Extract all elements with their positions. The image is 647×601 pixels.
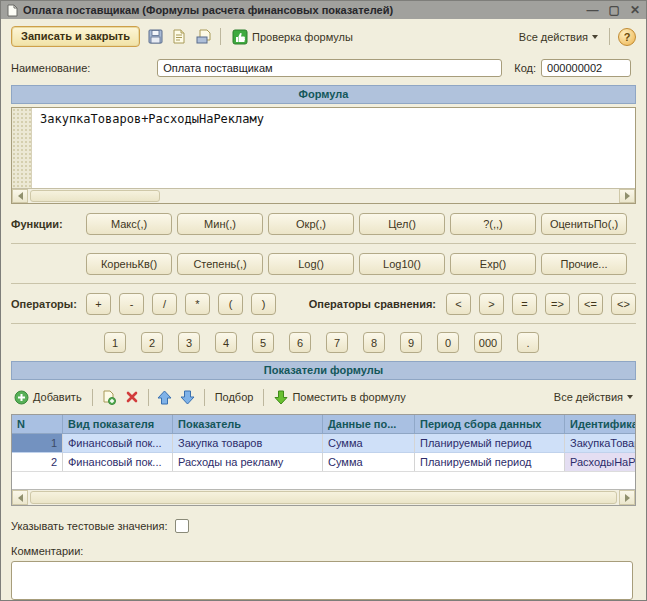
column-header-identifier[interactable]: Идентификатор: [564, 415, 635, 433]
digit-6-button[interactable]: 6: [289, 332, 311, 353]
move-up-icon[interactable]: [156, 388, 174, 406]
function-min-button[interactable]: Мин(,): [177, 213, 263, 235]
operators-row: Операторы: + - / * ( ) Операторы сравнен…: [11, 293, 636, 315]
function-evaluate-button[interactable]: ОценитьПо(,): [541, 213, 627, 235]
indicators-section-header: Показатели формулы: [11, 361, 636, 380]
function-pow-button[interactable]: Степень(,): [177, 253, 263, 275]
table-row[interactable]: 1 Финансовый пок... Закупка товаров Сумм…: [12, 434, 635, 453]
digit-5-button[interactable]: 5: [252, 332, 274, 353]
digit-8-button[interactable]: 8: [363, 332, 385, 353]
numbers-row: 1 2 3 4 5 6 7 8 9 0 000 .: [104, 332, 636, 353]
column-header-period[interactable]: Период сбора данных: [414, 415, 564, 433]
operator-close-paren-button[interactable]: ): [251, 293, 276, 315]
operator-gt-button[interactable]: >: [479, 293, 504, 315]
formula-section-header: Формула: [11, 85, 636, 104]
operator-le-button[interactable]: <=: [578, 293, 603, 315]
triangle-left-icon: [18, 192, 23, 200]
move-down-icon[interactable]: [179, 388, 197, 406]
digit-0-button[interactable]: 0: [437, 332, 459, 353]
comments-input[interactable]: [11, 561, 633, 600]
save-icon[interactable]: [146, 28, 164, 46]
minimize-button[interactable]: —: [587, 5, 599, 15]
pick-button[interactable]: Подбор: [212, 389, 257, 405]
close-button[interactable]: ✕: [630, 5, 640, 15]
add-button[interactable]: Добавить: [11, 388, 85, 407]
check-formula-button[interactable]: Проверка формулы: [229, 27, 356, 47]
copy-document-icon[interactable]: [194, 28, 212, 46]
function-log-button[interactable]: Log(): [268, 253, 354, 275]
column-header-kind[interactable]: Вид показателя: [62, 415, 172, 433]
test-values-checkbox[interactable]: [175, 519, 189, 533]
code-input[interactable]: [541, 59, 631, 77]
digit-1-button[interactable]: 1: [104, 332, 126, 353]
functions-row-2: КореньКв() Степень(,) Log() Log10() Exp(…: [11, 253, 636, 275]
scroll-right-button[interactable]: [619, 189, 635, 203]
main-toolbar: Записать и закрыть: [11, 23, 636, 50]
function-round-button[interactable]: Окр(,): [268, 213, 354, 235]
name-label: Наименование:: [11, 62, 90, 74]
toolbar-separator: [220, 28, 221, 45]
digit-000-button[interactable]: 000: [474, 332, 502, 353]
digit-7-button[interactable]: 7: [326, 332, 348, 353]
column-header-n[interactable]: N: [12, 415, 62, 433]
indicators-toolbar: Добавить: [11, 385, 636, 409]
scrollbar-track[interactable]: [160, 189, 619, 203]
test-values-label: Указывать тестовые значения:: [11, 520, 167, 532]
function-log10-button[interactable]: Log10(): [359, 253, 445, 275]
operator-ne-button[interactable]: <>: [611, 293, 636, 315]
column-header-data[interactable]: Данные по...: [322, 415, 414, 433]
help-button[interactable]: ?: [618, 28, 636, 46]
toolbar-separator: [148, 389, 149, 406]
function-max-button[interactable]: Макс(,): [86, 213, 172, 235]
place-in-formula-button[interactable]: Поместить в формулу: [271, 388, 408, 407]
all-actions-label: Все действия: [519, 31, 588, 43]
reread-document-icon[interactable]: [170, 28, 188, 46]
operator-ge-button[interactable]: =>: [545, 293, 570, 315]
function-int-button[interactable]: Цел(): [359, 213, 445, 235]
scrollbar-thumb[interactable]: [30, 190, 160, 202]
decimal-point-button[interactable]: .: [517, 332, 539, 353]
period-cell: Планируемый период: [414, 434, 564, 452]
scroll-right-button[interactable]: [619, 490, 635, 505]
operator-minus-button[interactable]: -: [119, 293, 144, 315]
indicators-all-actions-button[interactable]: Все действия: [551, 389, 636, 405]
table-row[interactable]: 2 Финансовый пок... Расходы на рекламу С…: [12, 453, 635, 472]
copy-row-icon[interactable]: [100, 388, 118, 406]
digit-4-button[interactable]: 4: [215, 332, 237, 353]
triangle-right-icon: [625, 494, 630, 502]
place-in-formula-label: Поместить в формулу: [292, 391, 405, 403]
maximize-button[interactable]: ▢: [609, 5, 620, 15]
table-empty-area: [12, 472, 635, 489]
comparison-operators-group: Операторы сравнения: < > = => <= <>: [305, 293, 636, 315]
formula-editor[interactable]: ЗакупкаТоваров+РасходыНаРекламу: [11, 107, 636, 204]
operator-lt-button[interactable]: <: [446, 293, 471, 315]
formula-editor-area[interactable]: ЗакупкаТоваров+РасходыНаРекламу: [12, 108, 635, 188]
save-and-close-button[interactable]: Записать и закрыть: [11, 26, 140, 47]
scrollbar-thumb[interactable]: [30, 491, 617, 504]
function-sqrt-button[interactable]: КореньКв(): [86, 253, 172, 275]
operator-eq-button[interactable]: =: [512, 293, 537, 315]
function-exp-button[interactable]: Exp(): [450, 253, 536, 275]
operator-open-paren-button[interactable]: (: [218, 293, 243, 315]
name-input[interactable]: [157, 59, 502, 77]
digit-9-button[interactable]: 9: [400, 332, 422, 353]
editor-horizontal-scrollbar[interactable]: [12, 188, 635, 203]
window-content: Записать и закрыть: [1, 19, 646, 600]
digit-3-button[interactable]: 3: [178, 332, 200, 353]
delete-row-icon[interactable]: [123, 388, 141, 406]
digit-2-button[interactable]: 2: [141, 332, 163, 353]
comments-label: Комментарии:: [11, 545, 636, 557]
function-if-button[interactable]: ?(,,): [450, 213, 536, 235]
editor-gutter: [12, 108, 32, 188]
formula-text[interactable]: ЗакупкаТоваров+РасходыНаРекламу: [32, 108, 272, 188]
column-header-indicator[interactable]: Показатель: [172, 415, 322, 433]
operator-plus-button[interactable]: +: [86, 293, 111, 315]
add-icon: [14, 390, 29, 405]
scroll-left-button[interactable]: [12, 490, 28, 505]
scroll-left-button[interactable]: [12, 189, 28, 203]
function-other-button[interactable]: Прочие...: [541, 253, 627, 275]
operator-divide-button[interactable]: /: [152, 293, 177, 315]
all-actions-button[interactable]: Все действия: [516, 29, 601, 45]
table-horizontal-scrollbar[interactable]: [12, 489, 635, 505]
operator-multiply-button[interactable]: *: [185, 293, 210, 315]
